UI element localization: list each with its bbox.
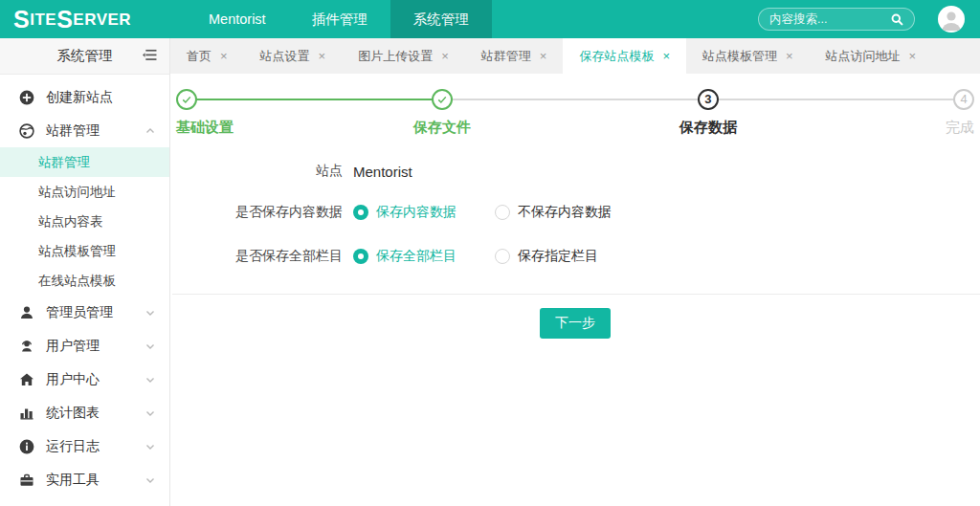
sidebar-item-admin-management[interactable]: 管理员管理: [0, 296, 169, 329]
tab-site-access-address[interactable]: 站点访问地址 ×: [810, 38, 933, 74]
sidebar-header: 系统管理: [0, 38, 169, 75]
chevron-up-icon[interactable]: [145, 125, 156, 137]
sidebar-item-create-site[interactable]: 创建新站点: [0, 80, 169, 114]
nav-item-plugin-management[interactable]: 插件管理: [289, 0, 390, 38]
form-row-save-all-channels: 是否保存全部栏目 保存全部栏目 保存指定栏目: [191, 234, 959, 278]
close-icon[interactable]: ×: [909, 49, 917, 63]
admin-user-icon: [19, 305, 34, 320]
step-label: 保存数据: [679, 119, 737, 137]
chevron-down-icon[interactable]: [145, 474, 156, 486]
tab-home[interactable]: 首页 ×: [170, 38, 244, 74]
chevron-down-icon[interactable]: [145, 341, 156, 352]
collapse-menu-icon[interactable]: [143, 49, 157, 61]
user-headset-icon: [19, 339, 34, 354]
radio-checked-icon[interactable]: [353, 205, 368, 220]
topbar: SITESERVER Mentorist 插件管理 系统管理 内容搜索...: [0, 0, 980, 38]
sidebar-item-statistics-charts[interactable]: 统计图表: [0, 396, 169, 429]
chevron-down-icon[interactable]: [145, 307, 156, 319]
globe-icon: [19, 123, 34, 139]
nav-item-system-management[interactable]: 系统管理: [390, 0, 492, 38]
search-icon[interactable]: [891, 13, 903, 26]
site-value: Mentorist: [353, 164, 412, 180]
tab-site-group-management[interactable]: 站群管理 ×: [465, 38, 564, 74]
sidebar-subitem-site-group-management[interactable]: 站群管理: [0, 147, 169, 177]
sidebar-item-label: 站群管理: [46, 122, 100, 140]
close-icon[interactable]: ×: [786, 49, 793, 63]
step-number: 4: [953, 89, 974, 110]
user-avatar[interactable]: [938, 6, 965, 33]
sidebar-subitem-online-site-template[interactable]: 在线站点模板: [0, 266, 169, 296]
close-icon[interactable]: ×: [441, 49, 449, 63]
close-icon[interactable]: ×: [220, 49, 228, 63]
sidebar-item-label: 用户管理: [46, 338, 100, 355]
topbar-right: 内容搜索...: [758, 0, 980, 38]
step-label: 完成: [946, 119, 974, 137]
tab-save-site-template[interactable]: 保存站点模板 ×: [563, 38, 686, 74]
next-step-button[interactable]: 下一步: [540, 308, 611, 339]
top-navigation: Mentorist 插件管理 系统管理: [186, 0, 492, 38]
radio-unchecked-icon[interactable]: [495, 205, 510, 220]
sidebar-item-label: 统计图表: [46, 405, 100, 422]
home-icon: [19, 372, 34, 387]
radio-option-save-selected-channels[interactable]: 保存指定栏目: [495, 248, 598, 265]
question-label: 是否保存全部栏目: [191, 248, 343, 265]
content-search-input[interactable]: 内容搜索...: [758, 8, 915, 31]
form-row-save-content-data: 是否保存内容数据 保存内容数据 不保存内容数据: [191, 190, 959, 234]
sidebar-item-label: 创建新站点: [46, 89, 113, 106]
briefcase-icon: [19, 473, 34, 488]
radio-option-dont-save-content-data[interactable]: 不保存内容数据: [495, 204, 612, 221]
sidebar-item-utilities[interactable]: 实用工具: [0, 463, 169, 496]
sidebar-item-user-management[interactable]: 用户管理: [0, 329, 169, 363]
tab-site-settings[interactable]: 站点设置 ×: [244, 38, 343, 74]
logo-text: S: [13, 8, 30, 32]
plus-circle-icon: [19, 90, 34, 105]
search-placeholder: 内容搜索...: [769, 11, 827, 28]
question-label: 是否保存内容数据: [191, 204, 343, 221]
close-icon[interactable]: ×: [662, 49, 670, 63]
sidebar-subitem-site-access-address[interactable]: 站点访问地址: [0, 177, 169, 207]
site-label: 站点: [191, 163, 343, 180]
check-circle-icon: [176, 89, 197, 110]
wizard-step-basic-settings: 基础设置: [176, 89, 234, 137]
step-number: 3: [698, 89, 719, 110]
sidebar-item-site-group[interactable]: 站群管理: [0, 114, 169, 147]
sidebar-subitem-site-template-management[interactable]: 站点模板管理: [0, 236, 169, 266]
chevron-down-icon[interactable]: [145, 441, 156, 452]
tab-image-upload-settings[interactable]: 图片上传设置 ×: [342, 38, 465, 74]
siteserver-admin: SITESERVER Mentorist 插件管理 系统管理 内容搜索... 系…: [0, 0, 980, 506]
sidebar-item-label: 实用工具: [46, 472, 100, 489]
tab-site-template-management[interactable]: 站点模板管理 ×: [686, 38, 810, 74]
sidebar-item-label: 管理员管理: [46, 304, 113, 321]
chevron-down-icon[interactable]: [145, 407, 156, 419]
sidebar: 系统管理 创建新站点 站群管理 站群: [0, 38, 170, 506]
chevron-down-icon[interactable]: [145, 374, 156, 385]
radio-checked-icon[interactable]: [353, 249, 368, 264]
nav-item-mentorist[interactable]: Mentorist: [186, 0, 289, 38]
radio-option-save-content-data[interactable]: 保存内容数据: [353, 204, 457, 221]
close-icon[interactable]: ×: [319, 49, 326, 63]
sidebar-item-run-logs[interactable]: 运行日志: [0, 429, 169, 463]
info-circle-icon: [19, 439, 34, 454]
sidebar-item-label: 运行日志: [46, 438, 100, 455]
siteserver-logo: SITESERVER: [0, 0, 170, 38]
wizard-step-finish: 4 完成: [946, 89, 974, 137]
main-area: 首页 × 站点设置 × 图片上传设置 × 站群管理 × 保存站点模板 × 站点模…: [170, 38, 980, 506]
step-label: 基础设置: [176, 119, 234, 137]
check-circle-icon: [432, 89, 453, 110]
step-wizard: 基础设置 保存文件 3 保存数据 4 完成: [176, 89, 974, 143]
form-row-site: 站点 Mentorist: [191, 152, 959, 190]
sidebar-menu: 创建新站点 站群管理 站群管理 站点访问地址 站点内容表 站: [0, 75, 169, 496]
step-label: 保存文件: [413, 119, 471, 137]
content: 基础设置 保存文件 3 保存数据 4 完成: [170, 74, 980, 339]
close-icon[interactable]: ×: [540, 49, 547, 63]
radio-option-save-all-channels[interactable]: 保存全部栏目: [353, 248, 457, 265]
save-template-form: 站点 Mentorist 是否保存内容数据 保存内容数据 不保存内容数据 是: [191, 152, 959, 278]
sidebar-subitem-site-content-table[interactable]: 站点内容表: [0, 207, 169, 236]
form-divider: [172, 294, 980, 295]
wizard-step-save-data: 3 保存数据: [679, 89, 737, 137]
tab-bar: 首页 × 站点设置 × 图片上传设置 × 站群管理 × 保存站点模板 × 站点模…: [170, 38, 980, 74]
radio-unchecked-icon[interactable]: [495, 249, 510, 264]
sidebar-item-user-center[interactable]: 用户中心: [0, 363, 169, 396]
sidebar-title: 系统管理: [57, 47, 113, 65]
wizard-step-save-files: 保存文件: [413, 89, 471, 137]
